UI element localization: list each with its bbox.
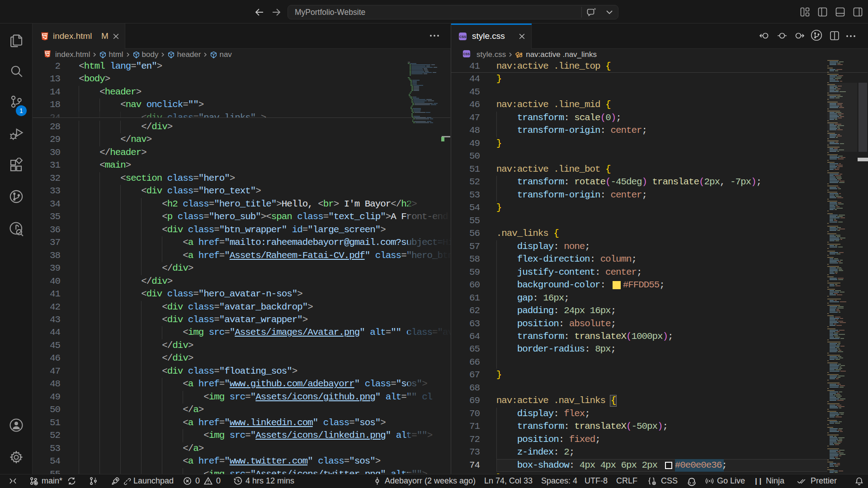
svg-text:CSS: CSS (459, 35, 466, 39)
svg-text:CSS: CSS (463, 52, 470, 56)
